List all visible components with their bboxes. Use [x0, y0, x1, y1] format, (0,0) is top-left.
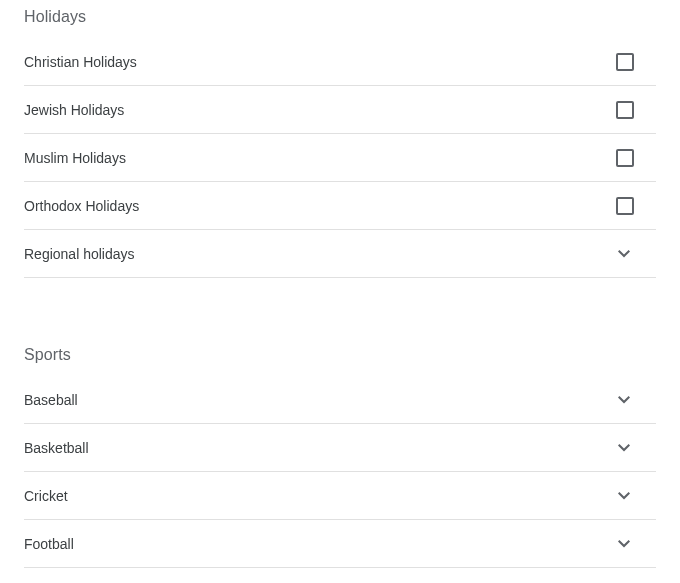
list-item-label: Cricket: [24, 488, 68, 504]
chevron-down-icon: [612, 388, 636, 412]
chevron-down-icon: [612, 436, 636, 460]
list-item-label: Orthodox Holidays: [24, 198, 139, 214]
chevron-down-icon: [612, 484, 636, 508]
checkbox-icon[interactable]: [616, 101, 634, 119]
christian-holidays-item[interactable]: Christian Holidays: [24, 38, 656, 86]
cricket-item[interactable]: Cricket: [24, 472, 656, 520]
list-item-label: Jewish Holidays: [24, 102, 124, 118]
list-item-label: Regional holidays: [24, 246, 135, 262]
basketball-item[interactable]: Basketball: [24, 424, 656, 472]
football-item[interactable]: Football: [24, 520, 656, 568]
orthodox-holidays-item[interactable]: Orthodox Holidays: [24, 182, 656, 230]
list-item-label: Basketball: [24, 440, 89, 456]
checkbox-icon[interactable]: [616, 149, 634, 167]
sports-section: Sports Baseball Basketball Cricket Footb…: [24, 338, 656, 568]
baseball-item[interactable]: Baseball: [24, 376, 656, 424]
holidays-section: Holidays Christian Holidays Jewish Holid…: [24, 0, 656, 278]
sports-heading: Sports: [24, 338, 656, 376]
checkbox-icon[interactable]: [616, 197, 634, 215]
list-item-label: Christian Holidays: [24, 54, 137, 70]
checkbox-icon[interactable]: [616, 53, 634, 71]
list-item-label: Football: [24, 536, 74, 552]
list-item-label: Muslim Holidays: [24, 150, 126, 166]
regional-holidays-item[interactable]: Regional holidays: [24, 230, 656, 278]
holidays-heading: Holidays: [24, 0, 656, 38]
chevron-down-icon: [612, 532, 636, 556]
chevron-down-icon: [612, 242, 636, 266]
list-item-label: Baseball: [24, 392, 78, 408]
muslim-holidays-item[interactable]: Muslim Holidays: [24, 134, 656, 182]
jewish-holidays-item[interactable]: Jewish Holidays: [24, 86, 656, 134]
